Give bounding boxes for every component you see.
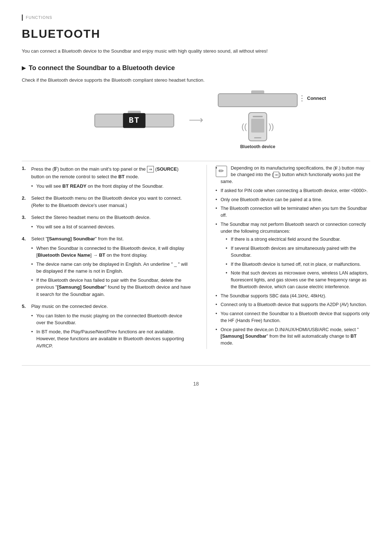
soundbar-body-left: BT xyxy=(94,114,174,127)
step-3-text: Select the Stereo headset menu on the Bl… xyxy=(31,214,192,221)
circumstance-3: If the Bluetooth device is turned off, n… xyxy=(226,261,370,268)
soundbar-right-diagram: ⋮ Connect (( )) Bluetooth device xyxy=(218,90,298,150)
note-8: You cannot connect the Soundbar to a Blu… xyxy=(216,310,370,324)
step-1: 1. Press the (F) button on the main unit… xyxy=(22,165,192,190)
bluetooth-phone: (( )) xyxy=(241,112,274,141)
step-1-num: 1. xyxy=(22,165,28,180)
note-4: The Bluetooth connection will be termina… xyxy=(216,205,370,219)
step-5-bullet-1: You can listen to the music playing on t… xyxy=(31,312,192,326)
notes-list: Depending on its manufacturing specifica… xyxy=(216,165,370,347)
note-3: Only one Bluetooth device can be paired … xyxy=(216,196,370,203)
bluetooth-device-label: Bluetooth device xyxy=(240,143,275,150)
subsection-note: Check if the Bluetooth device supports t… xyxy=(22,77,370,84)
content-area: 1. Press the (F) button on the main unit… xyxy=(22,165,370,355)
step-4-text: Select "[Samsung] Soundbar" from the lis… xyxy=(31,235,192,243)
connect-label: ⋮ Connect xyxy=(298,95,326,102)
wave-left-icon: (( xyxy=(241,121,247,133)
wave-right-icon: )) xyxy=(269,121,274,133)
circumstances-list: If there is a strong electrical field ar… xyxy=(226,236,370,290)
step-5-num: 5. xyxy=(22,303,28,310)
soundbar-body-right: ⋮ Connect xyxy=(218,93,298,107)
intro-text: You can connect a Bluetooth device to th… xyxy=(22,48,370,55)
soundbar-left-diagram: BT xyxy=(94,111,174,130)
note-6: The Soundbar supports SBC data (44.1kHz,… xyxy=(216,293,370,300)
steps-list: 1. Press the (F) button on the main unit… xyxy=(22,165,192,350)
step-5-bullet-2: In BT mode, the Play/Pause/Next/Prev fun… xyxy=(31,328,192,350)
step-3-num: 3. xyxy=(22,214,28,221)
right-column: ✏ Depending on its manufacturing specifi… xyxy=(207,165,370,349)
note-5: The Soundbar may not perform Bluetooth s… xyxy=(216,221,370,290)
step-3: 3. Select the Stereo headset menu on the… xyxy=(22,214,192,230)
note-9: Once paired the device,on D.IN/AUX/HDMI/… xyxy=(216,326,370,347)
step-5-text: Play music on the connected device. xyxy=(31,303,192,310)
step-4-bullet-2: The device name can only be displayed in… xyxy=(31,261,192,275)
circumstance-2: If several Bluetooth devices are simulta… xyxy=(226,245,370,259)
diagram-area: BT ⟶ ⋮ Connect (( )) Bluetooth device xyxy=(22,90,370,150)
arrow-icon: ⟶ xyxy=(189,113,203,128)
section-label: FUNCTIONS xyxy=(22,15,370,21)
note-7: Connect only to a Bluetooth device that … xyxy=(216,301,370,308)
section-heading: To connect the Soundbar to a Bluetooth d… xyxy=(22,63,370,73)
step-2-num: 2. xyxy=(22,195,28,209)
note-2: If asked for PIN code when connecting a … xyxy=(216,187,370,194)
step-4-bullet-1: When the Soundbar is connected to the Bl… xyxy=(31,245,192,259)
step-5: 5. Play music on the connected device. Y… xyxy=(22,303,192,349)
left-column: 1. Press the (F) button on the main unit… xyxy=(22,165,192,355)
page-title: BLUETOOTH xyxy=(22,25,370,42)
step-2: 2. Select the Bluetooth menu on the Blue… xyxy=(22,195,192,209)
step-2-text: Select the Bluetooth menu on the Bluetoo… xyxy=(31,195,192,209)
phone-body xyxy=(248,112,267,141)
step-1-text: Press the (F) button on the main unit's … xyxy=(31,165,192,180)
step-1-bullet-1: You will see BT READY on the front displ… xyxy=(31,183,192,190)
note-1: Depending on its manufacturing specifica… xyxy=(216,165,370,185)
step-4: 4. Select "[Samsung] Soundbar" from the … xyxy=(22,235,192,298)
step-3-bullet-1: You will see a list of scanned devices. xyxy=(31,223,192,231)
circumstance-4: Note that such devices as microwave oven… xyxy=(226,270,370,290)
step-4-num: 4. xyxy=(22,235,28,243)
page-number: 18 xyxy=(22,380,370,388)
bt-display: BT xyxy=(123,113,146,128)
step-4-bullet-3: If the Bluetooth device has failed to pa… xyxy=(31,277,192,298)
circumstance-1: If there is a strong electrical field ar… xyxy=(226,236,370,243)
